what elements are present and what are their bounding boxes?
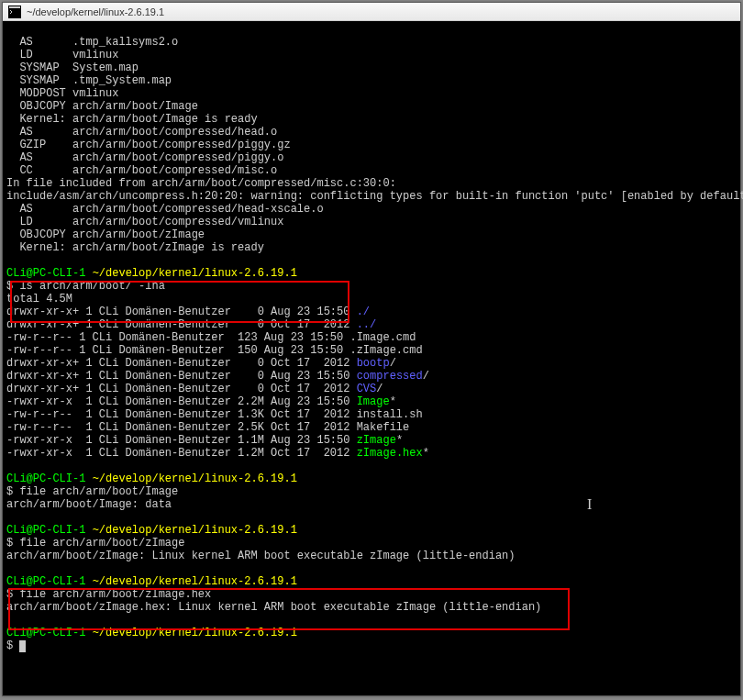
terminal-line: SYSMAP .tmp_System.map <box>6 74 737 87</box>
terminal-line: OBJCOPY arch/arm/boot/Image <box>6 100 737 113</box>
terminal-line: $ file arch/arm/boot/Image <box>6 485 737 498</box>
scrollback-content: AS .tmp_kallsyms2.o LD vmlinux SYSMAP Sy… <box>6 36 737 652</box>
terminal-line: CLi@PC-CLI-1 ~/develop/kernel/linux-2.6.… <box>6 472 737 485</box>
terminal-line: In file included from arch/arm/boot/comp… <box>6 177 737 190</box>
terminal-line: arch/arm/boot/Image: data <box>6 498 737 511</box>
cursor <box>19 640 26 652</box>
terminal-line: CLi@PC-CLI-1 ~/develop/kernel/linux-2.6.… <box>6 524 737 537</box>
terminal-line: CLi@PC-CLI-1 ~/develop/kernel/linux-2.6.… <box>6 627 737 639</box>
terminal-line: -rw-r--r-- 1 CLi Domänen-Benutzer 123 Au… <box>6 331 737 344</box>
terminal-line: SYSMAP System.map <box>6 61 737 74</box>
terminal-line: Kernel: arch/arm/boot/Image is ready <box>6 113 737 126</box>
terminal-line: drwxr-xr-x+ 1 CLi Domänen-Benutzer 0 Aug… <box>6 306 737 318</box>
terminal-line: drwxr-xr-x+ 1 CLi Domänen-Benutzer 0 Oct… <box>6 318 737 331</box>
terminal-line: drwxr-xr-x+ 1 CLi Domänen-Benutzer 0 Oct… <box>6 383 737 395</box>
terminal-line: AS arch/arm/boot/compressed/piggy.o <box>6 151 737 164</box>
terminal-line: Kernel: arch/arm/boot/zImage is ready <box>6 241 737 254</box>
terminal-line: -rwxr-xr-x 1 CLi Domänen-Benutzer 1.1M A… <box>6 434 737 447</box>
titlebar[interactable]: ~/develop/kernel/linux-2.6.19.1 <box>3 3 740 21</box>
terminal-line: -rwxr-xr-x 1 CLi Domänen-Benutzer 2.2M A… <box>6 395 737 408</box>
terminal-line: -rwxr-xr-x 1 CLi Domänen-Benutzer 1.2M O… <box>6 447 737 460</box>
terminal-line: -rw-r--r-- 1 CLi Domänen-Benutzer 2.5K O… <box>6 421 737 434</box>
terminal-line: -rw-r--r-- 1 CLi Domänen-Benutzer 150 Au… <box>6 344 737 357</box>
terminal-line: CLi@PC-CLI-1 ~/develop/kernel/linux-2.6.… <box>6 267 737 280</box>
terminal-line: arch/arm/boot/zImage.hex: Linux kernel A… <box>6 601 737 614</box>
svg-rect-1 <box>9 6 20 8</box>
terminal-line: AS .tmp_kallsyms2.o <box>6 36 737 49</box>
terminal-line: -rw-r--r-- 1 CLi Domänen-Benutzer 1.3K O… <box>6 408 737 421</box>
terminal-line: $ <box>6 639 737 652</box>
titlebar-text: ~/develop/kernel/linux-2.6.19.1 <box>27 6 164 17</box>
terminal-body[interactable]: AS .tmp_kallsyms2.o LD vmlinux SYSMAP Sy… <box>3 21 740 695</box>
terminal-line <box>6 562 737 575</box>
terminal-line: MODPOST vmlinux <box>6 87 737 100</box>
terminal-line: include/asm/arch/uncompress.h:20:20: war… <box>6 190 737 203</box>
text-cursor-icon: I <box>587 498 592 511</box>
terminal-line: drwxr-xr-x+ 1 CLi Domänen-Benutzer 0 Oct… <box>6 357 737 370</box>
terminal-line <box>6 614 737 627</box>
terminal-line: OBJCOPY arch/arm/boot/zImage <box>6 228 737 241</box>
terminal-line: AS arch/arm/boot/compressed/head-xscale.… <box>6 203 737 216</box>
terminal-line: drwxr-xr-x+ 1 CLi Domänen-Benutzer 0 Aug… <box>6 370 737 383</box>
terminal-line: total 4.5M <box>6 293 737 306</box>
terminal-window: ~/develop/kernel/linux-2.6.19.1 AS .tmp_… <box>2 2 741 696</box>
terminal-line: CLi@PC-CLI-1 ~/develop/kernel/linux-2.6.… <box>6 575 737 588</box>
terminal-line <box>6 460 737 472</box>
terminal-line: $ ls arch/arm/boot/ -lha <box>6 280 737 293</box>
terminal-line <box>6 254 737 267</box>
terminal-line <box>6 511 737 524</box>
terminal-line: GZIP arch/arm/boot/compressed/piggy.gz <box>6 139 737 151</box>
terminal-line: arch/arm/boot/zImage: Linux kernel ARM b… <box>6 550 737 562</box>
terminal-icon <box>8 6 21 18</box>
terminal-line: CC arch/arm/boot/compressed/misc.o <box>6 164 737 177</box>
terminal-line: $ file arch/arm/boot/zImage.hex <box>6 588 737 601</box>
terminal-line: $ file arch/arm/boot/zImage <box>6 537 737 550</box>
terminal-line: LD arch/arm/boot/compressed/vmlinux <box>6 216 737 228</box>
terminal-line: AS arch/arm/boot/compressed/head.o <box>6 126 737 139</box>
terminal-line: LD vmlinux <box>6 49 737 61</box>
